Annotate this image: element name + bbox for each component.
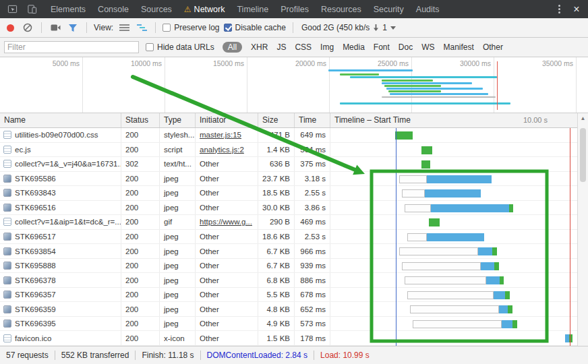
request-name: STK696517	[15, 233, 56, 241]
filter-xhr[interactable]: XHR	[251, 42, 268, 52]
filter-all[interactable]: All	[223, 42, 242, 53]
table-row[interactable]: favicon.ico200x-iconOther1.5 KB178 ms	[0, 331, 588, 346]
filter-media[interactable]: Media	[343, 42, 365, 52]
throttling-label: Good 2G (450 kb/s	[301, 23, 370, 32]
tab-security[interactable]: Security	[368, 0, 410, 18]
request-name: STK696357	[15, 291, 56, 299]
table-row[interactable]: STK695586200jpegOther23.7 KB3.18 s	[0, 172, 588, 187]
column-header-size[interactable]: Size	[258, 113, 295, 127]
table-row[interactable]: STK696395200jpegOther4.9 KB573 ms	[0, 317, 588, 332]
filter-css[interactable]: CSS	[295, 42, 312, 52]
inspect-icon[interactable]	[5, 3, 19, 16]
tab-label: Audits	[416, 5, 440, 14]
table-row[interactable]: STK696516200jpegOther30.0 KB3.86 s	[0, 201, 588, 216]
column-header-timeline[interactable]: Timeline – Start Time 10.00 s	[330, 113, 588, 127]
initiator-cell: https://www.g...	[196, 215, 258, 229]
tab-profiles[interactable]: Profiles	[274, 0, 315, 18]
filter-js[interactable]: JS	[276, 42, 286, 52]
record-button[interactable]	[7, 24, 14, 32]
disable-cache-toggle[interactable]: Disable cache	[224, 23, 286, 32]
clear-icon[interactable]	[21, 21, 34, 34]
initiator-link[interactable]: https://www.g...	[200, 218, 252, 226]
hide-data-urls-checkbox[interactable]	[146, 43, 154, 51]
filter-font[interactable]: Font	[374, 42, 390, 52]
request-name-cell: utilities-b09e070d00.css	[0, 128, 121, 142]
waterfall-view-icon[interactable]	[135, 21, 148, 34]
close-icon[interactable]: ×	[570, 3, 583, 16]
column-header-status[interactable]: Status	[121, 113, 160, 127]
table-row[interactable]: collect?v=1&aip=1&t=dc&_r=...200gifhttps…	[0, 215, 588, 230]
screencast-icon[interactable]	[49, 21, 62, 34]
tab-console[interactable]: Console	[92, 0, 135, 18]
waterfall-cell	[330, 157, 588, 171]
device-toolbar-icon[interactable]	[25, 3, 38, 16]
preserve-log-label: Preserve log	[174, 23, 219, 32]
waterfall-bar	[407, 291, 494, 299]
scrollbar-thumb[interactable]	[580, 128, 586, 182]
table-row[interactable]: STK696517200jpegOther18.6 KB2.53 s	[0, 230, 588, 245]
vertical-scrollbar[interactable]: ▲	[577, 113, 588, 346]
table-row[interactable]: ec.js200scriptanalytics.js:21.4 KB504 ms	[0, 143, 588, 158]
table-row[interactable]: utilities-b09e070d00.css200stylesh...mas…	[0, 128, 588, 143]
preserve-log-checkbox[interactable]	[163, 24, 171, 32]
filter-funnel-icon[interactable]	[66, 21, 80, 34]
tab-sources[interactable]: Sources	[135, 0, 178, 18]
preserve-log-toggle[interactable]: Preserve log	[163, 23, 219, 32]
throttling-select[interactable]: Good 2G (450 kb/s 1	[301, 23, 396, 32]
throttling-count: 1	[382, 23, 387, 32]
ruler-label: 20000 ms	[295, 59, 326, 67]
type-cell: jpeg	[160, 273, 196, 287]
ruler-label: 15000 ms	[213, 59, 244, 67]
initiator-text: Other	[200, 334, 219, 342]
initiator-text: Other	[200, 247, 219, 255]
overflow-menu-icon[interactable]	[552, 3, 566, 16]
domcontentloaded-line	[396, 128, 396, 346]
table-row[interactable]: STK696357200jpegOther5.5 KB678 ms	[0, 288, 588, 303]
initiator-cell: Other	[196, 331, 258, 345]
waterfall-cell	[330, 172, 588, 186]
tab-timeline[interactable]: Timeline	[231, 0, 274, 18]
table-row[interactable]: STK693843200jpegOther18.5 KB2.55 s	[0, 186, 588, 201]
hide-data-urls-toggle[interactable]: Hide data URLs	[146, 42, 214, 52]
filter-manifest[interactable]: Manifest	[444, 42, 474, 52]
initiator-link[interactable]: analytics.js:2	[200, 146, 244, 154]
filter-doc[interactable]: Doc	[399, 42, 413, 52]
request-name: STK693854	[15, 247, 56, 255]
waterfall-bar	[499, 305, 508, 313]
disable-cache-checkbox[interactable]	[224, 24, 232, 32]
table-row[interactable]: collect?v=1&_v=j40&a=16731...302text/ht.…	[0, 157, 588, 172]
table-row[interactable]: STK695888200jpegOther6.7 KB939 ms	[0, 259, 588, 274]
time-cell: 469 ms	[295, 215, 330, 229]
request-name-cell: STK696378	[0, 273, 121, 287]
filter-ws[interactable]: WS	[421, 42, 434, 52]
size-cell: 23.7 KB	[258, 172, 295, 186]
request-name: collect?v=1&aip=1&t=dc&_r=...	[15, 218, 121, 226]
tab-elements[interactable]: Elements	[45, 0, 92, 18]
overview-bar	[340, 73, 379, 75]
table-row[interactable]: STK696359200jpegOther4.8 KB652 ms	[0, 302, 588, 317]
tab-resources[interactable]: Resources	[315, 0, 368, 18]
scroll-up-icon[interactable]: ▲	[578, 113, 588, 123]
waterfall-bar	[413, 320, 502, 328]
initiator-link[interactable]: master.js:15	[200, 131, 241, 139]
type-cell: jpeg	[160, 201, 196, 215]
column-header-time[interactable]: Time	[295, 113, 330, 127]
column-header-name[interactable]: Name	[0, 113, 121, 127]
network-overview[interactable]: 5000 ms10000 ms15000 ms20000 ms25000 ms3…	[0, 57, 588, 113]
filter-other[interactable]: Other	[483, 42, 503, 52]
filter-input[interactable]	[4, 41, 139, 53]
disable-cache-label: Disable cache	[235, 23, 286, 32]
tab-audits[interactable]: Audits	[410, 0, 446, 18]
column-header-type[interactable]: Type	[160, 113, 196, 127]
list-view-icon[interactable]	[117, 21, 131, 34]
filter-img[interactable]: Img	[320, 42, 334, 52]
overview-bar	[340, 102, 510, 104]
status-cell: 200	[121, 259, 160, 273]
status-cell: 200	[121, 244, 160, 258]
tab-network[interactable]: ⚠Network	[178, 0, 231, 18]
table-row[interactable]: STK693854200jpegOther6.7 KB966 ms	[0, 244, 588, 259]
table-header: Name Status Type Initiator Size Time Tim…	[0, 113, 588, 128]
column-header-initiator[interactable]: Initiator	[196, 113, 258, 127]
size-cell: 1.4 KB	[258, 143, 295, 157]
table-row[interactable]: STK696378200jpegOther6.8 KB886 ms	[0, 273, 588, 288]
